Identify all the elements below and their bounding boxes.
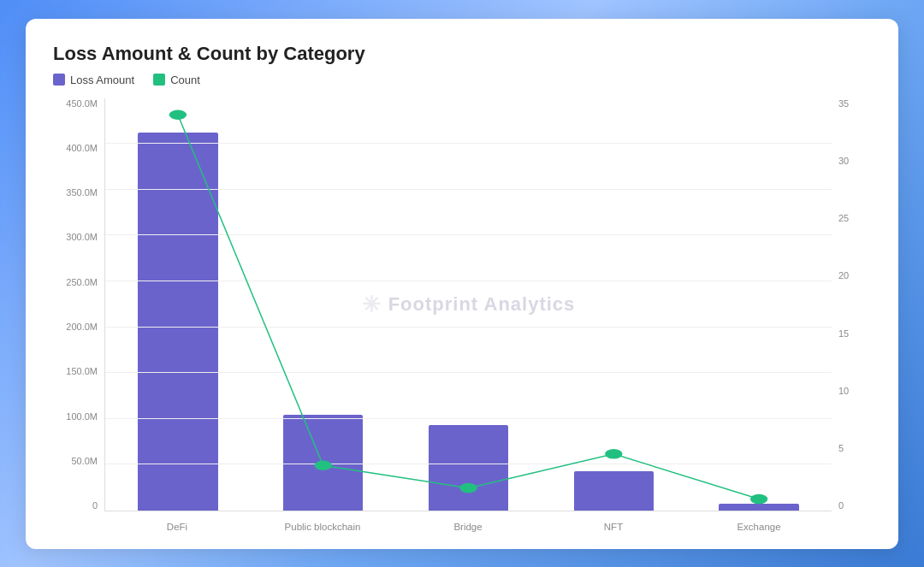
y-right-label: 15 <box>838 328 849 339</box>
x-labels: DeFiPublic blockchainBridgeNFTExchange <box>104 511 832 532</box>
y-right-label: 0 <box>838 500 844 511</box>
y-left-label: 350.0M <box>66 187 98 198</box>
y-axis-left: 450.0M400.0M350.0M300.0M250.0M200.0M150.… <box>53 98 104 532</box>
grid-line <box>105 234 832 235</box>
x-label-bridge: Bridge <box>395 511 541 532</box>
count-swatch <box>153 74 165 86</box>
watermark-icon: ✳ <box>362 291 382 317</box>
plot-area: ✳ Footprint Analytics <box>104 98 832 511</box>
y-right-label: 10 <box>838 386 849 396</box>
chart-legend: Loss Amount Count <box>53 74 871 86</box>
legend-count-label: Count <box>170 74 200 86</box>
y-right-label: 5 <box>838 443 844 453</box>
x-label-exchange: Exchange <box>686 511 832 532</box>
svg-point-3 <box>605 449 622 459</box>
chart-title: Loss Amount & Count by Category <box>53 43 871 65</box>
grid-line <box>105 372 832 373</box>
grid-line <box>105 189 832 190</box>
grid-line <box>105 281 832 281</box>
y-left-label: 200.0M <box>66 322 98 332</box>
grid-line <box>105 327 832 328</box>
bar-nft <box>574 471 654 511</box>
bar-bridge <box>429 425 508 510</box>
loss-amount-swatch <box>53 74 65 86</box>
x-label-public-blockchain: Public blockchain <box>250 511 395 532</box>
y-right-label: 30 <box>838 156 849 166</box>
y-left-label: 50.0M <box>71 456 98 466</box>
y-axis-right: 35302520151050 <box>832 98 871 532</box>
y-left-label: 100.0M <box>66 411 98 422</box>
bar-public-blockchain <box>283 415 363 511</box>
legend-count: Count <box>153 74 200 86</box>
grid-line <box>105 143 832 144</box>
chart-card: Loss Amount & Count by Category Loss Amo… <box>26 19 898 549</box>
watermark: ✳ Footprint Analytics <box>362 291 576 317</box>
grid-line <box>105 418 832 419</box>
bar-exchange <box>719 504 798 511</box>
y-left-label: 450.0M <box>66 98 98 109</box>
legend-loss-amount-label: Loss Amount <box>70 74 134 86</box>
y-right-label: 20 <box>838 270 849 281</box>
x-label-defi: DeFi <box>104 511 250 532</box>
legend-loss-amount: Loss Amount <box>53 74 134 86</box>
y-right-label: 35 <box>838 98 849 109</box>
y-left-label: 0 <box>92 500 98 511</box>
chart-area: 450.0M400.0M350.0M300.0M250.0M200.0M150.… <box>53 98 871 532</box>
y-right-label: 25 <box>838 213 849 223</box>
y-left-label: 300.0M <box>66 232 98 242</box>
watermark-text: Footprint Analytics <box>388 293 576 316</box>
y-left-label: 150.0M <box>66 366 98 376</box>
chart-inner: ✳ Footprint Analytics DeFiPublic blockch… <box>104 98 832 532</box>
svg-point-4 <box>750 493 767 504</box>
y-left-label: 400.0M <box>66 143 98 153</box>
grid-line <box>105 464 832 464</box>
x-label-nft: NFT <box>541 511 686 532</box>
y-left-label: 250.0M <box>66 277 98 287</box>
svg-point-0 <box>169 109 187 120</box>
